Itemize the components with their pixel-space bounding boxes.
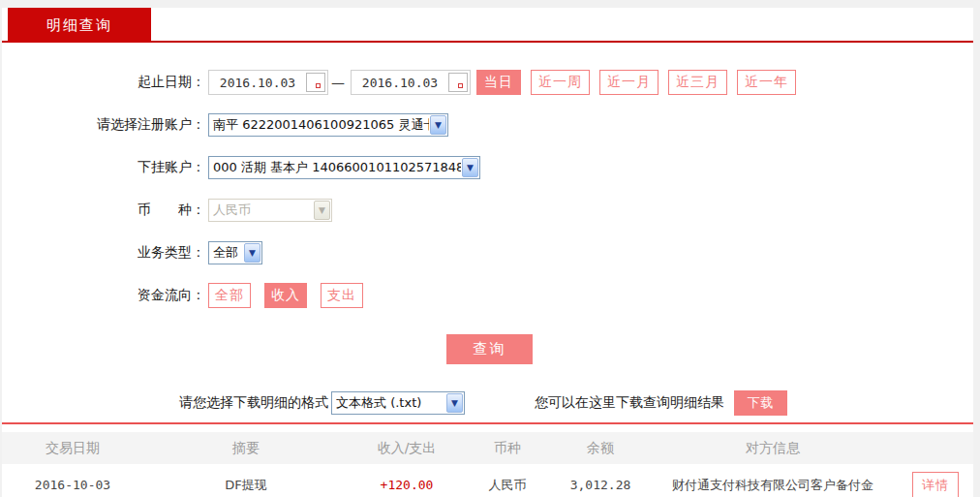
header-summary: 摘要	[143, 440, 349, 457]
fund-flow-all-button[interactable]: 全部	[208, 283, 251, 308]
detail-button[interactable]: 详情	[912, 472, 959, 497]
date-from-value[interactable]: 2016.10.03	[209, 76, 306, 90]
calendar-icon[interactable]	[448, 73, 468, 92]
query-form: 起止日期： 2016.10.03 — 2016.10.03	[2, 43, 973, 416]
fund-flow-label: 资金流向：	[2, 287, 205, 304]
download-button[interactable]: 下载	[734, 390, 787, 416]
business-type-row: 业务类型： 全部 ▼	[2, 240, 973, 265]
cell-currency: 人民币	[465, 477, 550, 494]
currency-row: 币 种： 人民币 ▼	[2, 198, 973, 223]
date-range-label: 起止日期：	[2, 74, 205, 91]
calendar-icon-today-mark	[316, 83, 321, 88]
quick-range-month-button[interactable]: 近一月	[599, 70, 658, 95]
content-panel: 明细查询 起止日期： 2016.10.03 — 2016.10.03	[2, 8, 973, 497]
download-format-value: 文本格式 (.txt)	[332, 394, 445, 412]
download-format-select[interactable]: 文本格式 (.txt) ▼	[331, 391, 465, 415]
currency-value: 人民币	[209, 202, 313, 219]
sub-account-row: 下挂账户： 000 活期 基本户 1406600101102571848 ▼	[2, 155, 973, 180]
fund-flow-income-button[interactable]: 收入	[264, 283, 307, 308]
download-row: 请您选择下载明细的格式 文本格式 (.txt) ▼ 您可以在这里下载查询明细结果…	[2, 390, 973, 416]
registered-account-select[interactable]: 南平 6222001406100921065 灵通卡 ▼	[208, 113, 448, 137]
business-type-value: 全部	[209, 244, 243, 262]
cell-amount: +120.00	[349, 478, 465, 492]
header-counterparty: 对方信息	[651, 440, 895, 457]
chevron-down-icon[interactable]: ▼	[430, 115, 446, 135]
tab-bar: 明细查询	[2, 8, 973, 43]
date-to-value[interactable]: 2016.10.03	[352, 76, 448, 90]
date-from-input[interactable]: 2016.10.03	[208, 70, 328, 95]
sub-account-select[interactable]: 000 活期 基本户 1406600101102571848 ▼	[208, 156, 480, 179]
header-balance: 余额	[550, 440, 651, 457]
chevron-down-icon[interactable]: ▼	[244, 243, 260, 263]
quick-range-quarter-button[interactable]: 近三月	[668, 70, 727, 95]
registered-account-row: 请选择注册账户： 南平 6222001406100921065 灵通卡 ▼	[2, 112, 973, 138]
currency-label: 币 种：	[2, 202, 205, 219]
fund-flow-row: 资金流向： 全部 收入 支出	[2, 283, 973, 308]
currency-select: 人民币 ▼	[208, 199, 332, 222]
business-type-label: 业务类型：	[2, 244, 205, 262]
fund-flow-expense-button[interactable]: 支出	[321, 283, 363, 308]
download-format-label: 请您选择下载明细的格式	[179, 394, 328, 412]
date-to-input[interactable]: 2016.10.03	[351, 70, 471, 95]
cell-counterparty: 财付通支付科技有限公司客户备付金	[651, 477, 895, 494]
sub-account-label: 下挂账户：	[2, 159, 205, 176]
table-separator-line	[2, 422, 973, 424]
header-currency: 币种	[465, 440, 550, 457]
registered-account-value: 南平 6222001406100921065 灵通卡	[209, 116, 429, 134]
date-range-separator: —	[328, 75, 348, 90]
cell-date: 2016-10-03	[2, 478, 143, 492]
cell-summary: DF提现	[143, 477, 349, 494]
chevron-down-icon: ▼	[314, 201, 330, 220]
date-range-row: 起止日期： 2016.10.03 — 2016.10.03	[2, 70, 973, 95]
query-button[interactable]: 查询	[446, 334, 533, 364]
download-hint-text: 您可以在这里下载查询明细结果	[535, 394, 724, 412]
table-header: 交易日期 摘要 收入/支出 币种 余额 对方信息	[2, 432, 973, 464]
calendar-icon[interactable]	[306, 73, 325, 92]
chevron-down-icon[interactable]: ▼	[446, 393, 463, 413]
quick-range-today-button[interactable]: 当日	[476, 70, 521, 95]
tab-details-query[interactable]: 明细查询	[8, 8, 151, 43]
calendar-icon-today-mark	[458, 83, 463, 88]
table-row: 2016-10-03 DF提现 +120.00 人民币 3,012.28 财付通…	[2, 464, 973, 497]
cell-balance: 3,012.28	[550, 478, 651, 492]
sub-account-value: 000 活期 基本户 1406600101102571848	[209, 159, 461, 176]
header-amount: 收入/支出	[349, 440, 465, 457]
chevron-down-icon[interactable]: ▼	[462, 158, 478, 177]
header-date: 交易日期	[2, 440, 143, 457]
details-query-page: 明细查询 起止日期： 2016.10.03 — 2016.10.03	[0, 0, 980, 497]
business-type-select[interactable]: 全部 ▼	[208, 241, 262, 264]
registered-account-label: 请选择注册账户：	[2, 116, 205, 134]
quick-range-week-button[interactable]: 近一周	[531, 70, 590, 95]
quick-range-year-button[interactable]: 近一年	[737, 70, 796, 95]
